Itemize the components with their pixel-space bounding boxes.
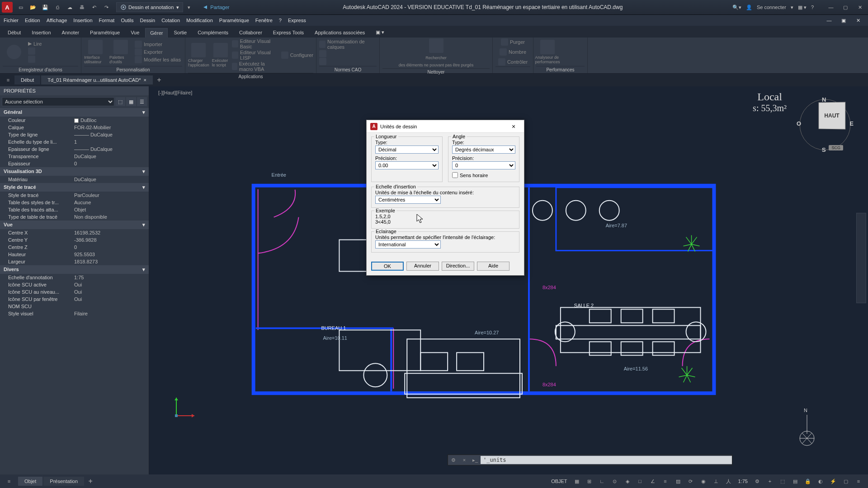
loadapp-button[interactable]: Charger l'application: [188, 43, 209, 67]
rb-2[interactable]: [28, 56, 42, 63]
prop-row[interactable]: MatériauDuCalque: [0, 176, 149, 183]
ribbon-tab-extra[interactable]: ▣ ▾: [371, 27, 389, 38]
menu-insertion[interactable]: Insertion: [73, 18, 92, 23]
prop-group-header[interactable]: Vue▾: [0, 221, 149, 229]
ucs-icon[interactable]: [172, 393, 199, 420]
prop-row[interactable]: Type de table de tracéNon disponible: [0, 213, 149, 221]
search-icon[interactable]: 🔍▾: [732, 5, 741, 10]
qat-plot-icon[interactable]: 🖶: [76, 2, 87, 12]
ribbon-tab-vue[interactable]: Vue: [126, 28, 144, 38]
customize-status-icon[interactable]: ≡: [853, 476, 864, 487]
length-precision-select[interactable]: 0.00: [375, 161, 439, 169]
import-button[interactable]: Importer: [135, 41, 181, 48]
hwacc-icon[interactable]: ⚡: [827, 476, 839, 487]
dynucs-icon[interactable]: ⊥: [710, 476, 722, 487]
app-switcher-icon[interactable]: ▦ ▾: [798, 5, 807, 10]
dialog-close-button[interactable]: ×: [507, 123, 520, 130]
prop-row[interactable]: NOM SCU: [0, 303, 149, 310]
find-button[interactable]: [425, 38, 448, 53]
prop-value[interactable]: Oui: [72, 289, 149, 295]
tab-layout[interactable]: Présentation: [43, 477, 84, 486]
cmdline-prompt-icon[interactable]: ▸_: [470, 455, 481, 465]
prop-value[interactable]: Oui: [72, 296, 149, 302]
prop-row[interactable]: Icône SCU par fenêtreOui: [0, 296, 149, 303]
menu-fichier[interactable]: Fichier: [4, 18, 19, 23]
clockwise-checkbox[interactable]: Sens horaire: [452, 172, 515, 178]
layout-menu-icon[interactable]: ≡: [4, 476, 14, 487]
isodraft-icon[interactable]: ◈: [622, 476, 633, 487]
prop-row[interactable]: Table des tracés atta...Objet: [0, 206, 149, 213]
units-icon[interactable]: ⬚: [777, 476, 788, 487]
ribbon-tab-insertion[interactable]: Insertion: [27, 28, 56, 38]
doc-restore-button[interactable]: ▣: [837, 15, 850, 25]
otrack-icon[interactable]: ∠: [647, 476, 659, 487]
isolate-icon[interactable]: ◐: [815, 476, 826, 487]
check-button[interactable]: Contrôler: [498, 58, 528, 66]
menu-cotation[interactable]: Cotation: [161, 18, 180, 23]
burger-icon[interactable]: ≡: [3, 75, 14, 85]
prop-value[interactable]: 1818.8273: [72, 259, 149, 264]
menu-affichage[interactable]: Affichage: [47, 18, 67, 23]
script-button[interactable]: Exécuter le script: [212, 43, 229, 67]
count-button[interactable]: Nombre: [500, 48, 526, 56]
grid-icon[interactable]: ▦: [571, 476, 583, 487]
ortho-icon[interactable]: ∟: [596, 476, 608, 487]
menu-modification[interactable]: Modification: [186, 18, 213, 23]
ribbon-tab-sortie[interactable]: Sortie: [169, 28, 192, 38]
prop-value[interactable]: ——— DuCalque: [72, 132, 149, 137]
lock-ui-icon[interactable]: 🔒: [802, 476, 814, 487]
qat-save-icon[interactable]: 💾: [40, 2, 51, 12]
osnap-icon[interactable]: □: [634, 476, 646, 487]
3dosnap-icon[interactable]: ◉: [698, 476, 709, 487]
prop-group-header[interactable]: Divers▾: [0, 265, 149, 274]
purge-button[interactable]: Purger: [501, 38, 525, 46]
rb-1[interactable]: [28, 47, 42, 55]
menu-parametrique[interactable]: Paramétrique: [219, 18, 249, 23]
prop-row[interactable]: Table des styles de tr...Aucune: [0, 199, 149, 206]
prop-row[interactable]: Style de tracéParCouleur: [0, 192, 149, 199]
prop-row[interactable]: Type de ligne——— DuCalque: [0, 131, 149, 138]
ribbon-tab-complements[interactable]: Compléments: [193, 28, 233, 38]
close-button[interactable]: ✕: [854, 2, 866, 12]
prop-value[interactable]: ParCouleur: [72, 192, 149, 198]
prop-value[interactable]: DuCalque: [72, 154, 149, 159]
prop-row[interactable]: Centre Y-386.9828: [0, 236, 149, 244]
prop-row[interactable]: Centre X16198.2532: [0, 229, 149, 236]
prop-row[interactable]: Epaisseur de ligne——— DuCalque: [0, 145, 149, 153]
cancel-button[interactable]: Annuler: [406, 262, 439, 271]
cycling-icon[interactable]: ⟳: [685, 476, 697, 487]
cmdline-customize-icon[interactable]: ⚙: [448, 455, 459, 465]
quick-select-icon[interactable]: ⬚: [115, 97, 125, 106]
qat-open-icon[interactable]: 📂: [28, 2, 38, 12]
layernorm-button[interactable]: Normalisation de calques: [319, 39, 377, 50]
prop-value[interactable]: 1: [72, 139, 149, 145]
alias-button[interactable]: Modifier les alias: [135, 56, 181, 63]
record-button[interactable]: [3, 45, 25, 59]
prop-value[interactable]: 925.5503: [72, 252, 149, 257]
prop-value[interactable]: Non disponible: [72, 214, 149, 220]
ribbon-tab-gerer[interactable]: Gérer: [145, 28, 168, 38]
prop-value[interactable]: FOR-02-Mobilier: [72, 125, 149, 130]
qat-undo-icon[interactable]: ↶: [89, 2, 99, 12]
dialog-titlebar[interactable]: A Unités de dessin ×: [367, 120, 524, 133]
maximize-button[interactable]: ▢: [839, 2, 852, 12]
prop-value[interactable]: DuCalque: [72, 177, 149, 182]
qat-dropdown-icon[interactable]: ▾: [188, 5, 190, 10]
navbar[interactable]: [856, 213, 866, 303]
lisp-button[interactable]: Editeur Visual LISP: [232, 50, 278, 61]
user-icon[interactable]: 👤: [746, 5, 752, 10]
prop-row[interactable]: Epaisseur0: [0, 160, 149, 167]
prop-value[interactable]: Filaire: [72, 311, 149, 316]
select-objects-icon[interactable]: ▦: [126, 97, 136, 106]
selection-dropdown[interactable]: Aucune sélection: [2, 97, 114, 106]
prop-row[interactable]: Icône SCU au niveau...Oui: [0, 288, 149, 296]
workspace-icon[interactable]: ⚙: [751, 476, 763, 487]
prop-value[interactable]: Aucune: [72, 200, 149, 205]
lighting-units-select[interactable]: International: [375, 240, 441, 249]
menu-fenetre[interactable]: Fenêtre: [255, 18, 273, 23]
doc-close-button[interactable]: ✕: [852, 15, 864, 25]
doc-tab-current[interactable]: Td_01 Réaménager u...utilisant AutoCAD*×: [41, 75, 153, 84]
cmdline-close-icon[interactable]: ×: [459, 455, 470, 465]
ribbon-tab-express[interactable]: Express Tools: [268, 28, 309, 38]
annotation-scale[interactable]: 1:75: [736, 479, 750, 484]
